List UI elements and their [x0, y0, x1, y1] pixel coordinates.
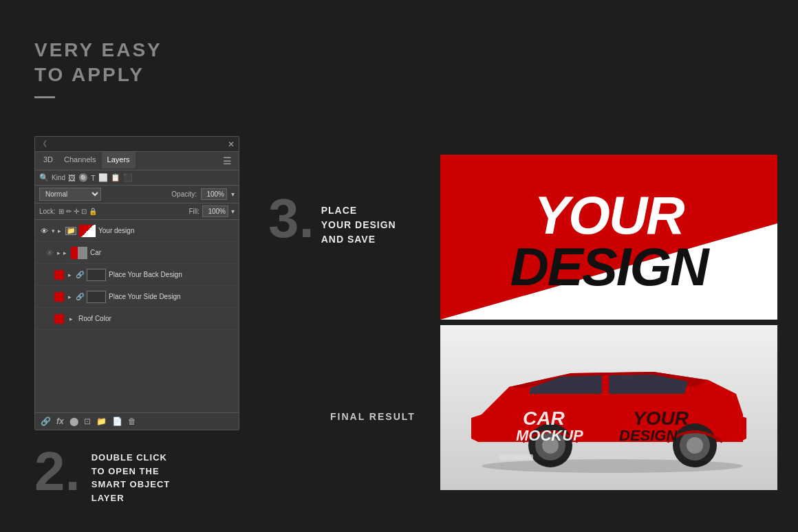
svg-text:YOUR: YOUR: [633, 408, 689, 429]
eye-icon-car[interactable]: 👁: [45, 248, 54, 258]
tab-layers[interactable]: Layers: [102, 152, 136, 170]
step-2-number: 2.: [34, 444, 80, 499]
panel-titlebar: 《 ✕: [35, 137, 239, 152]
options-row: Normal Opacity: ▾: [35, 186, 239, 203]
layer-name-side-design: Place Your Side Design: [109, 293, 235, 300]
fill-label: Fill:: [188, 208, 200, 215]
link-icon[interactable]: 🔗: [41, 417, 51, 426]
lock-row: Lock: ⊞ ✏ ✛ ⊡ 🔒 Fill: ▾: [35, 203, 239, 220]
car-link-icon: ▸: [63, 250, 67, 256]
step-2-description: DOUBLE CLICK TO OPEN THE SMART OBJECT LA…: [91, 451, 171, 505]
panel-tabs: 3D Channels Layers ☰: [35, 152, 239, 170]
red-visibility-box-side: [54, 292, 64, 302]
chain-icon-side: 🔗: [76, 293, 84, 300]
layer-your-design[interactable]: 👁 ▾ ▸ 📁 Your design: [35, 220, 239, 242]
step-2-text: DOUBLE CLICK TO OPEN THE SMART OBJECT LA…: [91, 444, 171, 505]
svg-text:DESIGN: DESIGN: [619, 427, 678, 444]
lock-artboard-icon[interactable]: ⊡: [81, 208, 87, 215]
filter-icon-4[interactable]: ⬜: [98, 173, 108, 182]
side-group-icon: ▸: [68, 293, 72, 300]
svg-text:MOCKUP: MOCKUP: [516, 427, 583, 444]
step-3-section: 3. PLACE YOUR DESIGN AND SAVE: [268, 191, 396, 247]
right-images-section: YOUR DESIGN: [440, 155, 777, 490]
step-3-text: PLACE YOUR DESIGN AND SAVE: [321, 191, 396, 247]
design-preview-image: YOUR DESIGN: [440, 155, 777, 320]
filter-icons: 🖼 🔘 T ⬜ 📋 ⬛: [68, 173, 133, 182]
red-visibility-box-roof: [54, 314, 64, 324]
header-section: VERY EASY TO APPLY: [34, 38, 162, 98]
layer-name-car: Car: [90, 249, 235, 256]
layer-name-roof-color: Roof Color: [78, 315, 235, 322]
delete-icon[interactable]: 🗑: [128, 417, 136, 426]
expand-icon-your-design[interactable]: ▾: [52, 228, 55, 234]
svg-point-10: [687, 437, 703, 454]
panel-menu-icon[interactable]: ☰: [219, 152, 236, 170]
layers-toolbar: 🔗 fx ⬤ ⊡ 📁 📄 🗑: [35, 412, 239, 430]
opacity-arrow: ▾: [231, 190, 235, 198]
svg-point-11: [482, 459, 743, 473]
lock-brush-icon[interactable]: ✏: [66, 208, 72, 215]
layers-list: 👁 ▾ ▸ 📁 Your design 👁 ▸ ▸ Car ▸ 🔗 Place …: [35, 220, 239, 412]
header-divider: [34, 96, 55, 98]
layer-thumb-car: [71, 247, 87, 259]
step-3-number: 3.: [268, 191, 314, 246]
lock-label: Lock:: [39, 208, 56, 215]
filter-row: 🔍 Kind 🖼 🔘 T ⬜ 📋 ⬛: [35, 170, 239, 186]
tab-channels[interactable]: Channels: [58, 152, 101, 170]
filter-icon-6[interactable]: ⬛: [123, 173, 133, 182]
filter-icon-3[interactable]: T: [91, 174, 96, 182]
panel-close-icon[interactable]: ✕: [228, 140, 235, 149]
red-visibility-box-back: [54, 270, 64, 280]
blend-mode-select[interactable]: Normal: [39, 188, 101, 201]
svg-text:DESIGN: DESIGN: [510, 236, 710, 297]
svg-rect-16: [499, 454, 533, 460]
layer-thumb-your-design: [79, 225, 96, 237]
final-result-label: FINAL RESULT: [330, 411, 416, 422]
adjustment-icon[interactable]: ⬤: [69, 417, 78, 426]
search-icon: 🔍: [39, 173, 49, 182]
lock-dots-icon[interactable]: ⊞: [58, 208, 64, 215]
layer-name-your-design: Your design: [98, 227, 235, 234]
lock-icons: ⊞ ✏ ✛ ⊡ 🔒: [58, 208, 97, 215]
lock-all-icon[interactable]: 🔒: [89, 208, 97, 215]
fill-arrow: ▾: [231, 208, 235, 215]
filter-icon-2[interactable]: 🔘: [78, 173, 88, 182]
panel-arrows-icon: 《: [39, 139, 47, 149]
car-mockup-image: CAR MOCKUP YOUR DESIGN: [440, 325, 777, 490]
layer-roof-color[interactable]: ▸ Roof Color: [35, 308, 239, 330]
thumb-back: [87, 269, 106, 281]
layer-back-design[interactable]: ▸ 🔗 Place Your Back Design: [35, 264, 239, 286]
mask-icon[interactable]: ⊡: [84, 417, 91, 426]
layer-name-back-design: Place Your Back Design: [109, 271, 235, 278]
layer-car[interactable]: 👁 ▸ ▸ Car: [35, 242, 239, 264]
header-title: VERY EASY TO APPLY: [34, 38, 162, 88]
filter-kind-label: Kind: [52, 174, 65, 181]
expand-icon-car[interactable]: ▸: [57, 250, 61, 256]
photoshop-panel: 《 ✕ 3D Channels Layers ☰ 🔍 Kind 🖼 🔘 T ⬜ …: [34, 136, 239, 430]
layer-side-design[interactable]: ▸ 🔗 Place Your Side Design: [35, 286, 239, 308]
fx-icon[interactable]: fx: [56, 417, 64, 426]
back-group-icon: ▸: [68, 271, 72, 278]
fill-input[interactable]: [202, 206, 228, 217]
filter-icon-1[interactable]: 🖼: [68, 174, 76, 182]
layer-folder-icon: 📁: [65, 227, 76, 235]
svg-text:CAR: CAR: [523, 408, 565, 429]
lock-move-icon[interactable]: ✛: [74, 208, 79, 215]
step-3-description: PLACE YOUR DESIGN AND SAVE: [321, 203, 396, 247]
new-layer-icon[interactable]: 📄: [112, 417, 122, 426]
opacity-label: Opacity:: [171, 190, 197, 198]
chain-icon-back: 🔗: [76, 271, 84, 278]
thumb-side: [87, 291, 106, 303]
folder-icon[interactable]: 📁: [96, 417, 107, 426]
eye-icon-your-design[interactable]: 👁: [39, 226, 49, 236]
step-2-section: 2. DOUBLE CLICK TO OPEN THE SMART OBJECT…: [34, 444, 170, 505]
tab-3d[interactable]: 3D: [38, 152, 58, 170]
roof-group-icon: ▸: [69, 315, 73, 322]
layers-empty-space: [35, 330, 239, 412]
filter-icon-5[interactable]: 📋: [111, 173, 120, 182]
opacity-input[interactable]: [201, 188, 227, 200]
group-link-icon: ▸: [58, 228, 61, 234]
